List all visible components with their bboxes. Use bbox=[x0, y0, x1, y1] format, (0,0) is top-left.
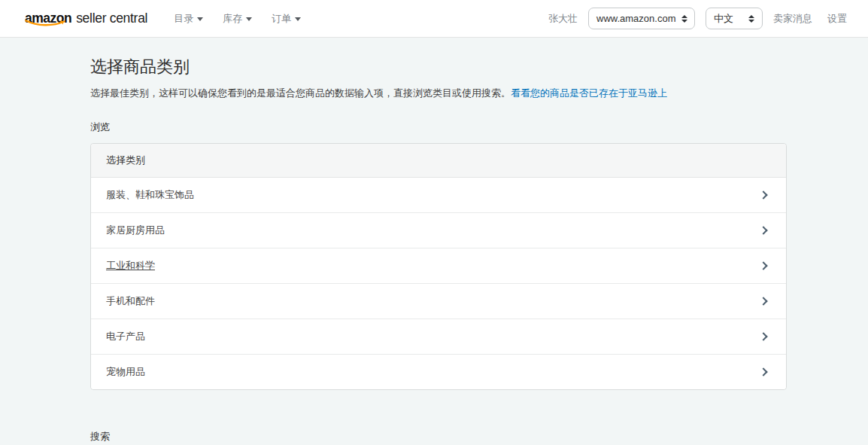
nav-item-orders[interactable]: 订单 bbox=[262, 0, 311, 38]
chevron-right-icon bbox=[759, 297, 767, 305]
caret-down-icon bbox=[295, 17, 301, 21]
amazon-smile-icon bbox=[26, 17, 68, 30]
nav-item-orders-label: 订单 bbox=[272, 12, 291, 26]
category-row-label: 家居厨房用品 bbox=[106, 224, 165, 237]
caret-down-icon bbox=[197, 17, 203, 21]
main-content: 选择商品类别 选择最佳类别，这样可以确保您看到的是最适合您商品的数据输入项，直接… bbox=[0, 38, 787, 445]
marketplace-select[interactable]: www.amazon.com bbox=[588, 8, 695, 29]
language-select[interactable]: 中文 bbox=[706, 8, 763, 29]
category-row-clothing[interactable]: 服装、鞋和珠宝饰品 bbox=[91, 178, 786, 213]
select-updown-icon bbox=[681, 15, 687, 23]
marketplace-select-value: www.amazon.com bbox=[596, 13, 675, 24]
category-row-home-kitchen[interactable]: 家居厨房用品 bbox=[91, 213, 786, 248]
existing-product-link[interactable]: 看看您的商品是否已存在于亚马逊上 bbox=[511, 87, 667, 99]
settings-link[interactable]: 设置 bbox=[827, 12, 847, 26]
category-row-label: 工业和科学 bbox=[106, 259, 155, 273]
category-row-label: 电子产品 bbox=[106, 330, 145, 343]
nav-item-catalog-label: 目录 bbox=[174, 12, 193, 26]
top-navigation: 目录 库存 订单 bbox=[164, 0, 311, 38]
user-name: 张大壮 bbox=[548, 12, 578, 26]
chevron-right-icon bbox=[759, 261, 767, 270]
page-subtitle: 选择最佳类别，这样可以确保您看到的是最适合您商品的数据输入项，直接浏览类目或使用… bbox=[90, 87, 787, 100]
seller-central-logo-text: seller central bbox=[76, 11, 147, 26]
category-row-label: 手机和配件 bbox=[106, 294, 155, 308]
category-row-electronics[interactable]: 电子产品 bbox=[91, 319, 786, 355]
page-subtitle-text: 选择最佳类别，这样可以确保您看到的是最适合您商品的数据输入项，直接浏览类目或使用… bbox=[90, 87, 511, 99]
category-row-label: 服装、鞋和珠宝饰品 bbox=[106, 188, 194, 202]
select-updown-icon bbox=[748, 15, 754, 23]
category-row-cellphones-accessories[interactable]: 手机和配件 bbox=[91, 284, 786, 319]
chevron-right-icon bbox=[759, 332, 767, 340]
nav-item-inventory-label: 库存 bbox=[223, 12, 242, 26]
amazon-seller-central-logo[interactable]: amazon seller central bbox=[25, 11, 147, 26]
category-row-pet-supplies[interactable]: 宠物用品 bbox=[91, 355, 786, 389]
page-title: 选择商品类别 bbox=[90, 56, 787, 78]
nav-item-inventory[interactable]: 库存 bbox=[213, 0, 262, 38]
chevron-right-icon bbox=[759, 190, 767, 199]
category-panel-header: 选择类别 bbox=[91, 144, 786, 178]
search-section-label: 搜索 bbox=[90, 430, 787, 443]
browse-section-label: 浏览 bbox=[90, 120, 787, 134]
app-header: amazon seller central 目录 库存 订单 张大壮 www.a… bbox=[0, 0, 868, 38]
category-panel: 选择类别 服装、鞋和珠宝饰品 家居厨房用品 工业和科学 手机和配件 电子产品 宠… bbox=[90, 143, 787, 390]
category-row-label: 宠物用品 bbox=[106, 365, 145, 379]
caret-down-icon bbox=[246, 17, 252, 21]
seller-messages-link[interactable]: 卖家消息 bbox=[773, 12, 812, 26]
nav-item-catalog[interactable]: 目录 bbox=[164, 0, 213, 38]
language-select-value: 中文 bbox=[714, 12, 733, 26]
chevron-right-icon bbox=[759, 367, 767, 376]
topbar-right-group: 张大壮 www.amazon.com 中文 卖家消息 设置 bbox=[548, 8, 847, 29]
category-row-industrial-scientific[interactable]: 工业和科学 bbox=[91, 248, 786, 284]
chevron-right-icon bbox=[759, 226, 767, 234]
